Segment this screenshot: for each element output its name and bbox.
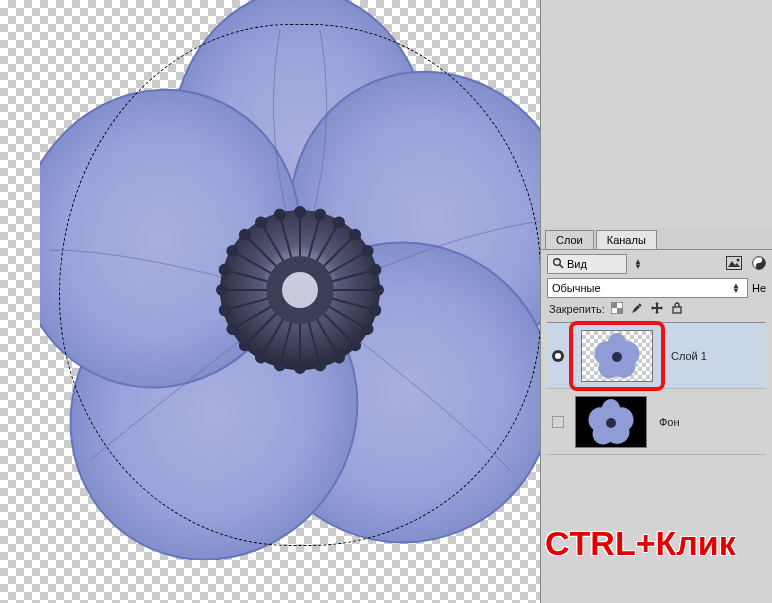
checker-icon[interactable] [611,302,623,316]
layers-list: Слой 1 [547,322,766,455]
canvas[interactable] [0,0,540,603]
selection-marquee [50,15,540,555]
tab-layers[interactable]: Слои [545,230,594,249]
layer-filter-label: Вид [567,258,587,270]
tab-channels[interactable]: Каналы [596,230,657,249]
svg-point-26 [612,352,622,362]
layer-thumbnail[interactable] [581,330,653,382]
svg-rect-17 [611,302,617,308]
layers-panel-body: Вид ▲▼ Обычные ▲▼ Не [541,250,772,459]
dropdown-arrows-icon[interactable]: ▲▼ [631,259,645,269]
dropdown-arrows-icon: ▲▼ [729,283,743,293]
eye-icon [552,350,564,362]
layer-name[interactable]: Фон [653,416,680,428]
svg-line-11 [560,265,563,268]
yin-yang-icon[interactable] [752,256,766,272]
opacity-label: Не [752,282,766,294]
layers-panel: Слои Каналы Вид ▲▼ [540,0,772,603]
svg-point-14 [737,259,740,262]
svg-marker-13 [728,261,740,267]
layer-item-1[interactable]: Слой 1 [547,323,766,389]
move-icon[interactable] [651,302,663,316]
panel-spacer [541,0,772,228]
svg-point-32 [606,418,616,428]
panel-tabs: Слои Каналы [541,228,772,250]
visibility-toggle[interactable] [547,350,569,362]
svg-rect-18 [617,308,623,314]
layer-name[interactable]: Слой 1 [665,350,707,362]
visibility-toggle[interactable] [547,416,569,428]
layer-filter-select[interactable]: Вид [547,254,627,274]
layer-item-background[interactable]: Фон [547,389,766,455]
lock-label: Закрепить: [549,303,605,315]
annotation-highlight [569,321,665,391]
brush-icon[interactable] [631,302,643,316]
layer-thumbnail[interactable] [575,396,647,448]
image-icon[interactable] [726,256,742,272]
lock-icon[interactable] [671,302,683,316]
svg-line-19 [639,304,641,306]
blend-mode-select[interactable]: Обычные ▲▼ [547,278,748,298]
svg-rect-20 [673,307,681,313]
svg-point-10 [554,259,561,266]
app-root: Слои Каналы Вид ▲▼ [0,0,772,603]
blend-mode-value: Обычные [552,282,601,294]
eye-off-icon [552,416,564,428]
svg-rect-12 [727,257,742,270]
search-icon [552,257,564,271]
